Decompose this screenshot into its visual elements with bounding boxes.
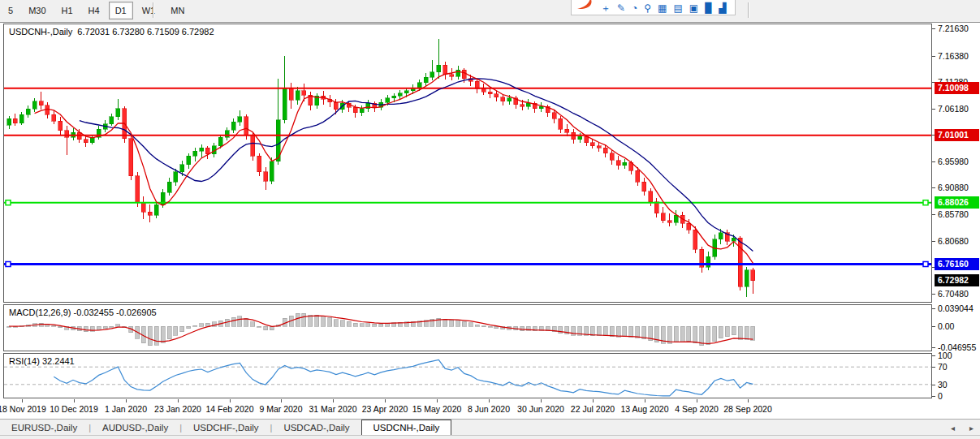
axis-tick [932,326,935,327]
toolbar-divider [153,2,154,18]
date-axis-tick [178,399,179,402]
rsi-axis-label: 100 [938,350,952,361]
date-axis-label: 4 Sep 2020 [675,404,719,414]
macd-histogram [7,313,755,346]
chart-tab-bar: EURUSD-,Daily|AUDUSD-,Daily|USDCHF-,Dail… [0,419,980,436]
calendar-icon[interactable]: ▦ [658,2,667,14]
current-price-tag: 6.72982 [935,274,979,286]
price-axis-tick-label: 7.16380 [938,50,969,62]
rsi-axis-label: 70 [938,361,948,372]
macd-axis-label: 0.00 [938,321,954,332]
terminal-icon[interactable]: ▣ [689,2,698,14]
rsi-title: RSI(14) [9,356,40,366]
rsi-label: RSI(14) 32.2441 [9,356,75,366]
date-axis-tick [22,399,23,402]
rsi-indicator-pane[interactable]: RSI(14) 32.2441 [3,353,932,398]
date-axis-label: 30 Jun 2020 [517,404,564,414]
macd-label: MACD(12,26,9) -0.032455 -0.026905 [9,308,157,317]
timeframe-toolbar: 5M30H1H4D1W1MN [2,2,193,19]
date-axis-label: 9 Mar 2020 [259,404,302,414]
line-handle[interactable] [923,262,928,267]
timeframe-button-M30[interactable]: M30 [22,2,52,19]
support-line-blue[interactable] [4,262,931,267]
date-axis-label: 23 Jan 2020 [154,404,201,414]
date-axis-tick [645,399,645,402]
chart-tab-audusd-daily[interactable]: AUDUSD-,Daily [91,420,179,436]
macd-axis-label: 0.039044 [938,303,974,314]
status-bar [0,435,980,439]
axis-tick [932,308,935,309]
hline-price-tag: 7.10098 [935,82,979,94]
date-axis-tick [385,399,386,402]
axis-tick [932,161,935,162]
price-axis-tick-label: 6.85780 [938,209,969,220]
axis-tick [932,214,935,215]
line-handle[interactable] [6,200,11,205]
bar-chart-icon[interactable]: ▟ [719,2,726,14]
date-axis-tick [541,399,542,402]
pin-icon[interactable]: ⚲ [644,2,651,14]
news-icon[interactable]: ▤ [673,2,682,14]
date-axis-label: 31 Mar 2020 [309,404,357,414]
chart-tab-usdcad-daily[interactable]: USDCAD-,Daily [272,420,360,436]
candles-layer [7,39,755,297]
macd-title: MACD(12,26,9) [9,308,71,317]
rsi-axis-label: 0 [938,390,943,402]
date-axis-tick [333,399,334,402]
tab-scroll-left-icon[interactable]: ◂ [951,424,955,433]
crosshair-icon[interactable]: ＋ [601,2,611,14]
axis-tick [932,56,935,57]
price-axis-tick-label: 6.95980 [938,156,969,167]
date-axis-label: 10 Dec 2019 [50,404,98,414]
date-axis-label: 13 Aug 2020 [621,404,669,414]
hline-price-tag: 6.88026 [935,196,979,209]
chart-tab-eurusd-daily[interactable]: EURUSD-,Daily [0,420,89,436]
chart-tab-usdcnh-daily[interactable]: USDCNH-,Daily [361,420,452,436]
platform-logo-icon [576,0,595,14]
axis-tick [932,367,935,368]
timeframe-button-5[interactable]: 5 [2,2,19,19]
chart-title: USDCNH-,Daily 6.72031 6.73280 6.71509 6.… [9,27,214,37]
rsi-axis-label: 30 [938,379,948,390]
date-axis-tick [489,399,490,402]
draw-line-icon[interactable]: ✎ [617,2,625,14]
price-axis[interactable]: 7.216307.163807.112807.061807.010806.959… [932,24,980,399]
rsi-value: 32.2441 [42,356,75,366]
date-axis-label: 14 Feb 2020 [206,404,254,414]
date-axis-label: 23 Apr 2020 [362,404,408,414]
hline-price-tag: 6.76160 [935,258,979,270]
date-axis-tick [230,399,231,402]
chart-window-icon[interactable]: ▉ [705,2,712,14]
price-axis-tick-label: 7.21630 [938,23,969,34]
date-axis-tick [697,399,697,402]
timeframe-button-MN[interactable]: MN [164,2,191,19]
date-axis-tick [748,399,749,402]
tab-scroll-right-icon[interactable]: ▸ [969,424,974,433]
timeframe-button-H4[interactable]: H4 [82,2,106,19]
date-axis-label: 18 Nov 2019 [0,404,46,414]
timeframe-button-D1[interactable]: D1 [109,2,133,19]
macd-indicator-pane[interactable]: MACD(12,26,9) -0.032455 -0.026905 [3,304,932,351]
line-handle[interactable] [6,262,11,267]
chart-tabs: EURUSD-,Daily|AUDUSD-,Daily|USDCHF-,Dail… [0,420,451,436]
clock-icon[interactable]: ◔ [632,2,637,14]
hline-price-tag: 7.01001 [935,129,979,141]
date-axis-tick [593,399,594,402]
axis-tick [932,187,935,188]
price-axis-tick-label: 6.80680 [938,235,969,247]
price-axis-tick-label: 6.90880 [938,182,969,193]
price-axis-tick-label: 6.70480 [938,288,969,299]
date-axis-tick [281,399,282,402]
timeframe-button-W1[interactable]: W1 [136,2,162,19]
toolbar-icon-group: ＋✎◔⚲▦▤▣▉▟ [571,0,736,15]
chart-symbol-period: USDCNH-,Daily [9,27,72,37]
chart-tab-usdchf-daily[interactable]: USDCHF-,Daily [182,420,270,436]
macd-signal-line [9,316,753,343]
timeframe-button-H1[interactable]: H1 [55,2,80,19]
date-axis[interactable]: 18 Nov 201910 Dec 20191 Jan 202023 Jan 2… [0,399,932,419]
tab-scroll-arrows: ◂ ▸ [951,420,974,436]
toolbar-divider [748,2,749,18]
price-axis-tick-label: 7.06180 [938,103,969,114]
price-chart-pane[interactable]: USDCNH-,Daily 6.72031 6.73280 6.71509 6.… [3,24,932,303]
line-handle[interactable] [923,200,928,205]
